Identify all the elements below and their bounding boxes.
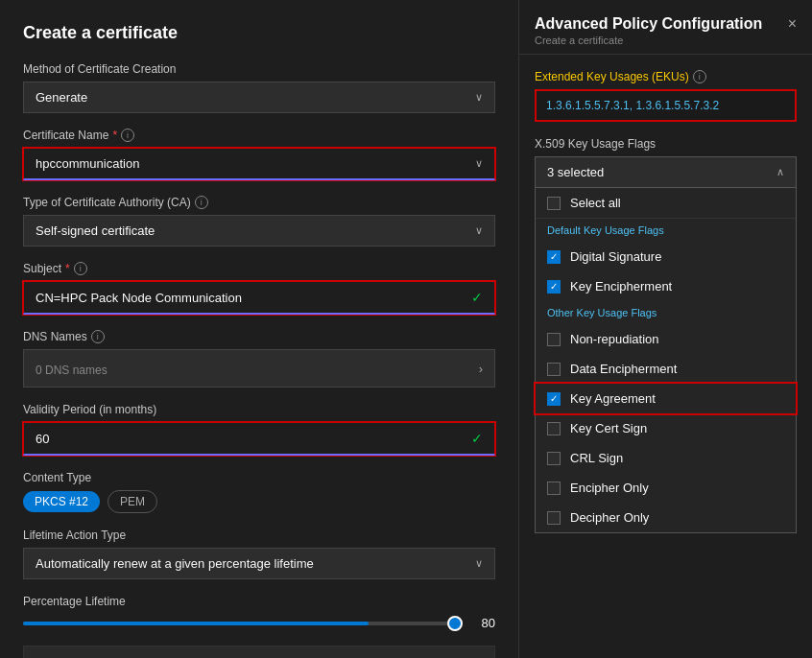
dns-row[interactable]: 0 DNS names › xyxy=(23,349,495,388)
close-button[interactable]: × xyxy=(788,15,797,33)
data-encipherment-item[interactable]: Data Encipherment xyxy=(536,354,796,384)
x509-section: X.509 Key Usage Flags 3 selected ∧ Selec… xyxy=(535,137,797,533)
data-encipherment-checkbox[interactable] xyxy=(547,363,561,376)
eku-section: Extended Key Usages (EKUs) i 1.3.6.1.5.5… xyxy=(535,70,797,122)
default-flags-label: Default Key Usage Flags xyxy=(536,219,796,242)
other-flags-label: Other Key Usage Flags xyxy=(536,301,796,324)
ca-type-chevron-icon: ∨ xyxy=(475,224,483,237)
lifetime-action-label: Lifetime Action Type xyxy=(23,529,495,542)
x509-dropdown-header[interactable]: 3 selected ∧ xyxy=(535,156,797,188)
dns-group: DNS Names i 0 DNS names › xyxy=(23,330,495,388)
digital-signature-item[interactable]: Digital Signature xyxy=(536,242,796,271)
eku-info-icon[interactable]: i xyxy=(693,70,706,83)
pem-badge[interactable]: PEM xyxy=(107,490,157,513)
cert-name-label: Certificate Name * i xyxy=(23,129,495,142)
slider-value: 80 xyxy=(466,616,495,630)
subject-group: Subject * i CN=HPC Pack Node Communicati… xyxy=(23,262,495,315)
lifetime-action-select[interactable]: Automatically renew at a given percentag… xyxy=(23,548,495,579)
content-type-group: Content Type PKCS #12 PEM xyxy=(23,471,495,513)
subject-input[interactable]: CN=HPC Pack Node Communication ✓ xyxy=(23,281,495,315)
x509-dropdown-body: Select all Default Key Usage Flags Digit… xyxy=(535,188,797,533)
validity-check-icon: ✓ xyxy=(471,431,483,446)
key-cert-sign-checkbox[interactable] xyxy=(547,422,561,435)
x509-chevron-icon: ∧ xyxy=(776,166,784,178)
decipher-only-checkbox[interactable] xyxy=(547,511,561,525)
crl-sign-checkbox[interactable] xyxy=(547,452,561,465)
dns-chevron-icon: › xyxy=(479,362,483,376)
cert-name-group: Certificate Name * i hpccommunication ∨ xyxy=(23,129,495,180)
decipher-only-item[interactable]: Decipher Only xyxy=(536,503,796,532)
cert-name-input[interactable]: hpccommunication ∨ xyxy=(23,148,495,180)
eku-input[interactable]: 1.3.6.1.5.5.7.3.1, 1.3.6.1.5.5.7.3.2 xyxy=(535,89,797,122)
validity-label: Validity Period (in months) xyxy=(23,403,495,416)
slider-container: 80 xyxy=(23,616,495,630)
ca-type-label: Type of Certificate Authority (CA) i xyxy=(23,196,495,209)
chevron-down-icon: ∨ xyxy=(475,91,483,104)
content-type-row: PKCS #12 PEM xyxy=(23,490,495,513)
right-panel-header: Advanced Policy Configuration Create a c… xyxy=(519,0,812,55)
dns-info-icon[interactable]: i xyxy=(91,330,105,343)
advanced-policy-row[interactable]: Advanced Policy Configuration Not config… xyxy=(23,646,495,658)
subject-check-icon: ✓ xyxy=(471,290,483,305)
cert-name-chevron-icon: ∨ xyxy=(475,157,483,170)
pkcs-badge[interactable]: PKCS #12 xyxy=(23,491,100,512)
slider-thumb[interactable] xyxy=(447,616,463,631)
select-all-checkbox[interactable] xyxy=(547,197,561,210)
content-type-label: Content Type xyxy=(23,471,495,484)
eku-label: Extended Key Usages (EKUs) i xyxy=(535,70,797,83)
encipher-only-item[interactable]: Encipher Only xyxy=(536,473,796,503)
key-cert-sign-item[interactable]: Key Cert Sign xyxy=(536,413,796,443)
key-encipherment-checkbox[interactable] xyxy=(547,280,561,294)
digital-signature-checkbox[interactable] xyxy=(547,250,561,264)
slider-track[interactable] xyxy=(23,622,455,625)
crl-sign-item[interactable]: CRL Sign xyxy=(536,443,796,473)
non-repudiation-checkbox[interactable] xyxy=(547,333,561,346)
cert-name-info-icon[interactable]: i xyxy=(121,129,134,142)
key-agreement-checkbox[interactable] xyxy=(547,392,561,406)
non-repudiation-item[interactable]: Non-repudiation xyxy=(536,324,796,354)
right-header-text: Advanced Policy Configuration Create a c… xyxy=(535,15,762,46)
encipher-only-checkbox[interactable] xyxy=(547,482,561,495)
page-title: Create a certificate xyxy=(23,23,495,43)
right-panel-content: Extended Key Usages (EKUs) i 1.3.6.1.5.5… xyxy=(519,55,812,658)
x509-label: X.509 Key Usage Flags xyxy=(535,137,797,151)
percentage-group: Percentage Lifetime 80 xyxy=(23,595,495,630)
key-agreement-item[interactable]: Key Agreement xyxy=(536,384,796,413)
method-group: Method of Certificate Creation Generate … xyxy=(23,62,495,113)
validity-group: Validity Period (in months) 60 ✓ xyxy=(23,403,495,456)
right-panel: Advanced Policy Configuration Create a c… xyxy=(518,0,812,658)
lifetime-action-group: Lifetime Action Type Automatically renew… xyxy=(23,529,495,579)
subject-info-icon[interactable]: i xyxy=(74,262,87,275)
ca-type-group: Type of Certificate Authority (CA) i Sel… xyxy=(23,196,495,247)
method-label: Method of Certificate Creation xyxy=(23,62,495,76)
left-panel: Create a certificate Method of Certifica… xyxy=(0,0,518,658)
subject-label: Subject * i xyxy=(23,262,495,275)
key-encipherment-item[interactable]: Key Encipherment xyxy=(536,271,796,301)
select-all-item[interactable]: Select all xyxy=(536,188,796,219)
lifetime-action-chevron-icon: ∨ xyxy=(475,557,483,570)
dns-label: DNS Names i xyxy=(23,330,495,343)
method-select[interactable]: Generate ∨ xyxy=(23,82,495,113)
validity-input[interactable]: 60 ✓ xyxy=(23,422,495,456)
ca-type-select[interactable]: Self-signed certificate ∨ xyxy=(23,215,495,247)
percentage-label: Percentage Lifetime xyxy=(23,595,495,608)
slider-fill xyxy=(23,622,369,625)
ca-type-info-icon[interactable]: i xyxy=(195,196,208,209)
